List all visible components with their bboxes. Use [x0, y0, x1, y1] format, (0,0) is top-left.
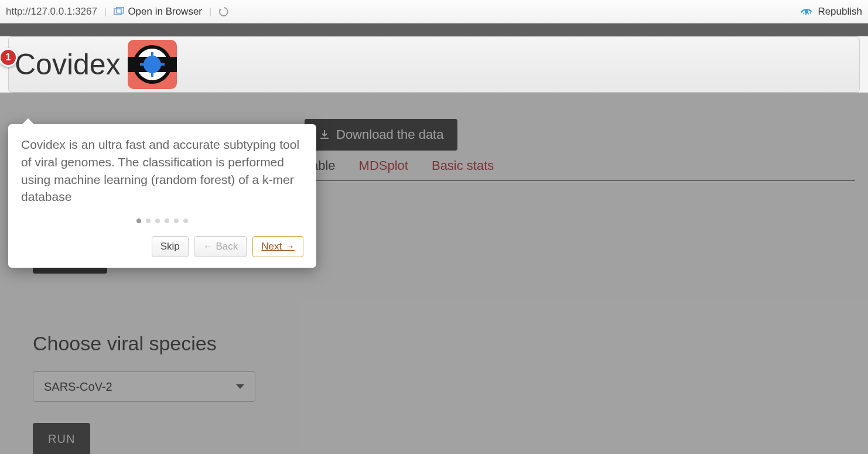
- popout-icon: [114, 7, 124, 16]
- tour-progress-dots: [21, 219, 303, 223]
- refresh-button[interactable]: [218, 6, 229, 17]
- republish-icon: [800, 7, 813, 16]
- svg-rect-1: [117, 7, 124, 13]
- toolbar-separator: |: [209, 6, 211, 18]
- tour-dot: [146, 219, 151, 223]
- republish-button[interactable]: Republish: [800, 6, 862, 18]
- browser-toolbar: http://127.0.0.1:3267 | Open in Browser …: [0, 0, 868, 23]
- tour-next-button[interactable]: Next →: [252, 236, 303, 257]
- tour-back-button[interactable]: ← Back: [194, 236, 247, 257]
- tour-dot: [165, 219, 169, 223]
- open-in-browser-label: Open in Browser: [128, 6, 202, 18]
- republish-label: Republish: [818, 6, 862, 18]
- tour-dot: [155, 219, 160, 223]
- tour-popover: Covidex is an ultra fast and accurate su…: [8, 124, 316, 268]
- app-title: Covidex: [15, 47, 121, 81]
- url-display: http://127.0.0.1:3267: [6, 6, 97, 18]
- tour-skip-button[interactable]: Skip: [152, 236, 189, 257]
- open-in-browser-button[interactable]: Open in Browser: [114, 6, 202, 18]
- tour-body-text: Covidex is an ultra fast and accurate su…: [21, 136, 303, 206]
- tour-dot: [136, 219, 141, 223]
- app-titlebar: Covidex: [8, 36, 860, 93]
- app-top-strip: [0, 23, 868, 36]
- tour-dot: [174, 219, 179, 223]
- tour-dot: [183, 219, 188, 223]
- svg-point-3: [805, 10, 808, 13]
- toolbar-separator: |: [104, 6, 107, 18]
- app-logo: [128, 40, 177, 89]
- svg-rect-0: [114, 9, 121, 15]
